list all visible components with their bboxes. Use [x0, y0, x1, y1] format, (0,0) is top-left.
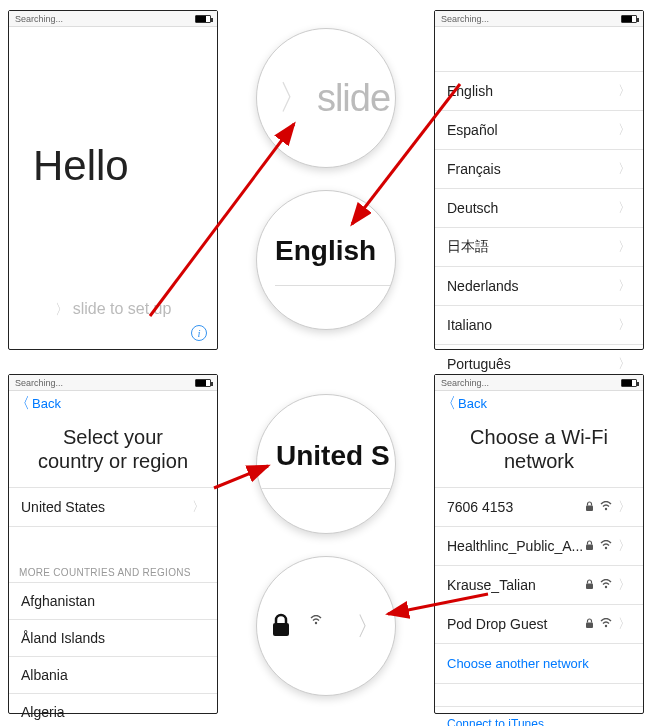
language-row[interactable]: 日本語〉 [435, 228, 643, 267]
screen-hello: Searching... Hello 〉slide to set up i [8, 10, 218, 350]
bubble-english-text: English [275, 235, 395, 267]
chevron-right-icon: 〉 [618, 537, 631, 555]
svg-point-7 [605, 586, 607, 588]
status-bar: Searching... [9, 11, 217, 27]
wifi-row[interactable]: Healthlinc_Public_A... 〉 [435, 527, 643, 566]
language-row[interactable]: Deutsch〉 [435, 189, 643, 228]
info-icon[interactable]: i [191, 325, 207, 341]
list-header: MORE COUNTRIES AND REGIONS [9, 557, 217, 582]
svg-rect-2 [586, 505, 593, 511]
chevron-right-icon: 〉 [618, 199, 631, 217]
svg-rect-4 [586, 544, 593, 550]
language-row[interactable]: Italiano〉 [435, 306, 643, 345]
zoom-bubble-united: United S [256, 394, 396, 534]
hello-text: Hello [9, 27, 217, 190]
row-label: Deutsch [447, 200, 498, 216]
lock-icon [585, 579, 594, 592]
battery-icon [195, 15, 211, 23]
chevron-right-icon: 〉 [55, 301, 69, 317]
lock-icon [585, 501, 594, 514]
status-bar: Searching... [9, 375, 217, 391]
wifi-row[interactable]: Pod Drop Guest 〉 [435, 605, 643, 644]
language-row[interactable]: English〉 [435, 71, 643, 111]
choose-another-network[interactable]: Choose another network [435, 644, 643, 684]
row-label: United States [21, 499, 105, 515]
chevron-right-icon: 〉 [618, 576, 631, 594]
row-label: Afghanistan [21, 593, 95, 609]
status-text: Searching... [441, 378, 489, 388]
region-row-us[interactable]: United States〉 [9, 487, 217, 527]
region-row[interactable]: Albania [9, 657, 217, 694]
battery-icon [195, 379, 211, 387]
connect-itunes[interactable]: Connect to iTunes [435, 706, 643, 726]
chevron-right-icon: 〉 [618, 160, 631, 178]
chevron-left-icon: 〈 [15, 394, 30, 411]
svg-point-9 [605, 625, 607, 627]
chevron-right-icon: 〉 [192, 498, 205, 516]
battery-icon [621, 379, 637, 387]
region-row[interactable]: Åland Islands [9, 620, 217, 657]
wifi-icon [600, 500, 612, 514]
status-text: Searching... [441, 14, 489, 24]
page-title: Choose a Wi-Fi network [435, 415, 643, 487]
slide-to-setup[interactable]: 〉slide to set up [9, 300, 217, 319]
status-bar: Searching... [435, 11, 643, 27]
lock-icon [270, 613, 292, 639]
svg-rect-8 [586, 622, 593, 628]
wifi-icon [310, 615, 338, 637]
wifi-name: Pod Drop Guest [447, 616, 547, 632]
row-label: English [447, 83, 493, 99]
row-label: Português [447, 356, 511, 372]
bubble-us-text: United S [276, 440, 396, 472]
back-button[interactable]: 〈Back [441, 395, 487, 411]
back-button[interactable]: 〈Back [15, 395, 61, 411]
row-label: Albania [21, 667, 68, 683]
chevron-left-icon: 〈 [441, 394, 456, 411]
row-label: Español [447, 122, 498, 138]
lock-icon [585, 540, 594, 553]
region-row[interactable]: Algeria [9, 694, 217, 726]
row-label: Italiano [447, 317, 492, 333]
page-title: Select your country or region [9, 415, 217, 487]
language-list: English〉 Español〉 Français〉 Deutsch〉 日本語… [435, 71, 643, 384]
language-row[interactable]: Nederlands〉 [435, 267, 643, 306]
chevron-right-icon: 〉 [618, 238, 631, 256]
chevron-right-icon: 〉 [618, 277, 631, 295]
chevron-right-icon: 〉 [618, 121, 631, 139]
chevron-right-icon: 〉 [618, 615, 631, 633]
svg-point-1 [315, 622, 317, 624]
wifi-row[interactable]: Krause_Talian 〉 [435, 566, 643, 605]
svg-point-3 [605, 508, 607, 510]
chevron-right-icon: 〉 [278, 75, 311, 121]
zoom-bubble-icons: 〉 [256, 556, 396, 696]
zoom-bubble-english: English [256, 190, 396, 330]
status-text: Searching... [15, 14, 63, 24]
language-row[interactable]: Français〉 [435, 150, 643, 189]
wifi-row[interactable]: 7606 4153 〉 [435, 487, 643, 527]
slide-label: slide to set up [73, 300, 172, 317]
row-label: Åland Islands [21, 630, 105, 646]
back-label: Back [458, 396, 487, 411]
svg-rect-0 [273, 623, 289, 636]
row-label: Français [447, 161, 501, 177]
wifi-icon [600, 578, 612, 592]
lock-icon [585, 618, 594, 631]
nav-bar: 〈Back [9, 391, 217, 415]
status-text: Searching... [15, 378, 63, 388]
wifi-name: Healthlinc_Public_A... [447, 538, 583, 554]
language-row[interactable]: Español〉 [435, 111, 643, 150]
chevron-right-icon: 〉 [618, 316, 631, 334]
row-label: Algeria [21, 704, 65, 720]
chevron-right-icon: 〉 [618, 498, 631, 516]
nav-bar: 〈Back [435, 391, 643, 415]
screen-region: Searching... 〈Back Select your country o… [8, 374, 218, 714]
screen-wifi: Searching... 〈Back Choose a Wi-Fi networ… [434, 374, 644, 714]
wifi-name: 7606 4153 [447, 499, 513, 515]
svg-point-5 [605, 547, 607, 549]
bubble-slide-text: slide [317, 77, 390, 120]
row-label: Nederlands [447, 278, 519, 294]
battery-icon [621, 15, 637, 23]
zoom-bubble-slide: 〉 slide [256, 28, 396, 168]
region-row[interactable]: Afghanistan [9, 582, 217, 620]
chevron-right-icon: 〉 [618, 355, 631, 373]
